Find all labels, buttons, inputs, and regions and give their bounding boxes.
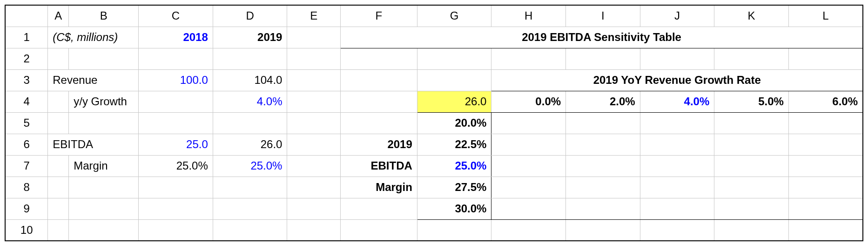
cell-H7[interactable] <box>491 155 566 177</box>
cell-I6[interactable] <box>566 134 640 155</box>
cell-I10[interactable] <box>566 219 640 241</box>
col-header-I[interactable]: I <box>566 5 640 27</box>
cell-C4[interactable] <box>139 91 213 112</box>
cell-I8[interactable] <box>566 177 640 198</box>
cell-A6[interactable]: EBITDA <box>48 134 139 155</box>
cell-G10[interactable] <box>417 219 491 241</box>
cell-E2[interactable] <box>287 48 341 69</box>
cell-B9[interactable] <box>69 198 139 219</box>
cell-D8[interactable] <box>213 177 287 198</box>
cell-A1[interactable]: (C$, millions) <box>48 27 139 48</box>
cell-J4[interactable]: 4.0% <box>640 91 714 112</box>
cell-H2[interactable] <box>491 48 566 69</box>
cell-C10[interactable] <box>139 219 213 241</box>
cell-A7[interactable] <box>48 155 69 177</box>
cell-D6[interactable]: 26.0 <box>213 134 287 155</box>
cell-B4[interactable]: y/y Growth <box>69 91 139 112</box>
cell-I2[interactable] <box>566 48 640 69</box>
cell-C7[interactable]: 25.0% <box>139 155 213 177</box>
cell-G9[interactable]: 30.0% <box>417 198 491 219</box>
col-header-E[interactable]: E <box>287 5 341 27</box>
cell-D9[interactable] <box>213 198 287 219</box>
cell-D7[interactable]: 25.0% <box>213 155 287 177</box>
cell-G6[interactable]: 22.5% <box>417 134 491 155</box>
cell-B10[interactable] <box>69 219 139 241</box>
row-header-8[interactable]: 8 <box>5 177 48 198</box>
col-header-C[interactable]: C <box>139 5 213 27</box>
cell-J7[interactable] <box>640 155 714 177</box>
cell-J8[interactable] <box>640 177 714 198</box>
cell-L7[interactable] <box>788 155 863 177</box>
cell-L4[interactable]: 6.0% <box>788 91 863 112</box>
cell-F7[interactable]: EBITDA <box>341 155 417 177</box>
cell-B7[interactable]: Margin <box>69 155 139 177</box>
cell-C5[interactable] <box>139 112 213 134</box>
cell-J5[interactable] <box>640 112 714 134</box>
cell-L9[interactable] <box>788 198 863 219</box>
cell-J2[interactable] <box>640 48 714 69</box>
cell-K2[interactable] <box>714 48 789 69</box>
cell-C3[interactable]: 100.0 <box>139 69 213 91</box>
spreadsheet-grid[interactable]: A B C D E F G H I J K L 1 (C$, millions)… <box>5 5 863 241</box>
cell-E10[interactable] <box>287 219 341 241</box>
cell-E4[interactable] <box>287 91 341 112</box>
cell-D5[interactable] <box>213 112 287 134</box>
col-header-F[interactable]: F <box>341 5 417 27</box>
cell-D2[interactable] <box>213 48 287 69</box>
cell-F3[interactable] <box>341 69 417 91</box>
cell-E7[interactable] <box>287 155 341 177</box>
cell-F8[interactable]: Margin <box>341 177 417 198</box>
cell-K9[interactable] <box>714 198 789 219</box>
cell-J6[interactable] <box>640 134 714 155</box>
row-header-2[interactable]: 2 <box>5 48 48 69</box>
cell-B8[interactable] <box>69 177 139 198</box>
cell-A10[interactable] <box>48 219 69 241</box>
row-header-4[interactable]: 4 <box>5 91 48 112</box>
cell-C1[interactable]: 2018 <box>139 27 213 48</box>
cell-K6[interactable] <box>714 134 789 155</box>
cell-L10[interactable] <box>788 219 863 241</box>
col-header-G[interactable]: G <box>417 5 491 27</box>
cell-I9[interactable] <box>566 198 640 219</box>
cell-D4[interactable]: 4.0% <box>213 91 287 112</box>
col-header-A[interactable]: A <box>48 5 69 27</box>
cell-H10[interactable] <box>491 219 566 241</box>
cell-C8[interactable] <box>139 177 213 198</box>
cell-H5[interactable] <box>491 112 566 134</box>
cell-F4[interactable] <box>341 91 417 112</box>
cell-C2[interactable] <box>139 48 213 69</box>
corner-cell[interactable] <box>5 5 48 27</box>
cell-I4[interactable]: 2.0% <box>566 91 640 112</box>
cell-G4-base-ebitda[interactable]: 26.0 <box>417 91 491 112</box>
cell-F2[interactable] <box>341 48 417 69</box>
cell-E5[interactable] <box>287 112 341 134</box>
cell-G8[interactable]: 27.5% <box>417 177 491 198</box>
col-header-D[interactable]: D <box>213 5 287 27</box>
cell-K7[interactable] <box>714 155 789 177</box>
sensitivity-title[interactable]: 2019 EBITDA Sensitivity Table <box>341 27 863 48</box>
col-header-B[interactable]: B <box>69 5 139 27</box>
cell-F6[interactable]: 2019 <box>341 134 417 155</box>
cell-D3[interactable]: 104.0 <box>213 69 287 91</box>
cell-L6[interactable] <box>788 134 863 155</box>
cell-E1[interactable] <box>287 27 341 48</box>
cell-H8[interactable] <box>491 177 566 198</box>
cell-H6[interactable] <box>491 134 566 155</box>
cell-D10[interactable] <box>213 219 287 241</box>
cell-A3[interactable]: Revenue <box>48 69 139 91</box>
cell-J10[interactable] <box>640 219 714 241</box>
row-header-3[interactable]: 3 <box>5 69 48 91</box>
growth-axis-title[interactable]: 2019 YoY Revenue Growth Rate <box>491 69 863 91</box>
cell-L2[interactable] <box>788 48 863 69</box>
cell-L8[interactable] <box>788 177 863 198</box>
cell-G5[interactable]: 20.0% <box>417 112 491 134</box>
col-header-H[interactable]: H <box>491 5 566 27</box>
cell-F5[interactable] <box>341 112 417 134</box>
cell-K8[interactable] <box>714 177 789 198</box>
cell-I5[interactable] <box>566 112 640 134</box>
cell-D1[interactable]: 2019 <box>213 27 287 48</box>
cell-L5[interactable] <box>788 112 863 134</box>
cell-G3[interactable] <box>417 69 491 91</box>
cell-K4[interactable]: 5.0% <box>714 91 789 112</box>
row-header-6[interactable]: 6 <box>5 134 48 155</box>
